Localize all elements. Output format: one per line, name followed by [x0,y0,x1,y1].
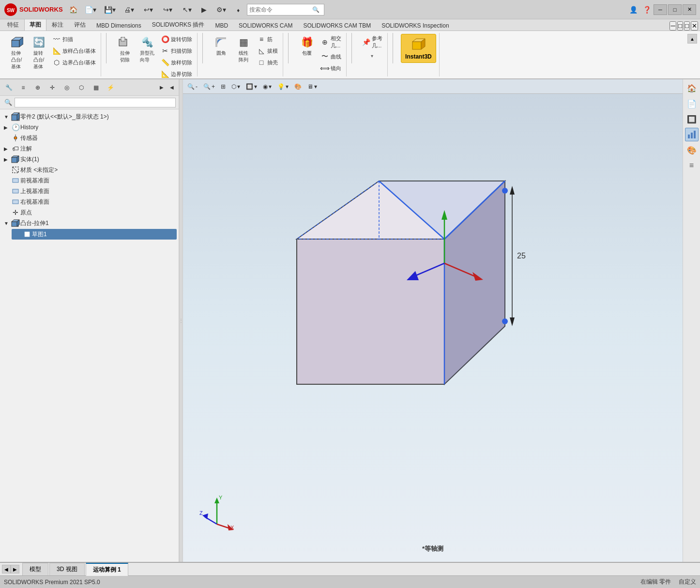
close-btn[interactable]: ✕ [683,4,696,15]
save-btn[interactable]: 💾▾ [101,3,119,16]
view-mode-btn[interactable]: ◉▾ [260,81,274,92]
tab-pinggu[interactable]: 评估 [69,19,91,30]
tab-tezheng[interactable]: 特征 [2,19,24,30]
scene-btn[interactable]: ▦ [89,81,103,94]
zoom-fit-btn[interactable]: ⊞ [218,81,228,92]
tree-item-right[interactable]: 右视基准面 [0,196,179,207]
panel-collapse-btn[interactable]: ◀ [167,81,177,94]
curve-btn[interactable]: 〜 曲线 [319,51,343,62]
ribbon-min-btn[interactable]: ─ [670,21,676,30]
fillet-btn[interactable]: 圆角 [211,34,232,58]
tree-item-solid[interactable]: ▶ 实体(1) [0,154,179,165]
undo-btn[interactable]: ↩▾ [139,3,158,16]
loft-cut-btn[interactable]: 📏 放样切除 [159,57,194,68]
right-color-btn[interactable]: 🎨 [685,143,699,157]
tab-sw-plugin[interactable]: SOLIDWORKS 插件 [147,19,210,30]
loft-btn[interactable]: 📐 放样凸台/基体 [50,45,98,56]
dim-xpert-btn[interactable]: ✛ [46,81,59,94]
tree-item-material[interactable]: 材质 <未指定> [0,165,179,175]
right-view-btn[interactable]: 🔲 [685,112,699,126]
customize-btn[interactable]: 自定义 [679,578,696,586]
decal-btn[interactable]: ⚡ [104,81,117,94]
display-manager-btn[interactable]: ◎ [60,81,74,94]
account-btn[interactable]: 👤 [626,3,640,16]
new-btn[interactable]: 📄▾ [81,3,100,16]
mirror-btn[interactable]: ⟺ 镜向 [319,63,343,74]
linear-pattern-btn[interactable]: ▦ 线性阵列 [233,34,254,65]
ribbon-collapse-btn[interactable]: ▲ [687,34,697,44]
wrap-btn[interactable]: 🎁 包覆 [296,34,318,58]
right-list-btn[interactable]: ≡ [685,159,699,172]
config-manager-btn[interactable]: ⊕ [31,81,45,94]
boundary-cut-btn[interactable]: 📐 边界切除 [159,69,194,79]
ribbon-close-btn[interactable]: ✕ [691,21,698,30]
ribbon-max-btn[interactable]: □ [684,21,690,30]
tree-item-history[interactable]: ▶ 🕐 History [0,122,179,133]
tree-item-front[interactable]: 前视基准面 [0,175,179,186]
home-btn[interactable]: 🏠 [67,3,80,16]
appearance-btn[interactable]: ⬡ [75,81,88,94]
tab-biaozhu[interactable]: 标注 [46,19,69,30]
tree-item-extrude1[interactable]: ▼ 凸台-拉伸1 [0,218,179,228]
revolve-btn[interactable]: 🔄 旋转凸台/基体 [28,34,49,72]
tab-sw-cam-tbm[interactable]: SOLIDWORKS CAM TBM [298,20,376,30]
tree-item-sensor[interactable]: 传感器 [0,133,179,143]
settings-btn[interactable]: ⚙▾ [212,3,230,16]
tab-3dview[interactable]: 3D 视图 [49,563,85,575]
print-btn[interactable]: 🖨▾ [120,3,138,16]
filter-input[interactable] [15,98,176,107]
redo-btn[interactable]: ↪▾ [159,3,177,16]
appearance-view-btn[interactable]: 🎨 [292,81,304,92]
tab-mbd-dim[interactable]: MBD Dimensions [91,20,147,30]
tree-item-sketch1[interactable]: 草图1 [12,229,177,240]
extrude-cut-btn[interactable]: 拉伸切除 [114,34,136,65]
ref-geo-btn[interactable]: 📌 参考几... [360,34,384,50]
intersect-btn[interactable]: ⊕ 相交几... [319,34,343,50]
minimize-btn[interactable]: ─ [654,4,667,15]
panel-expand-btn[interactable]: ▶ [157,81,167,94]
tab-sw-inspection[interactable]: SOLIDWORKS Inspection [376,20,454,30]
help-btn[interactable]: ❓ [640,3,654,16]
tab-nav-left[interactable]: ◀ [2,565,11,573]
right-chart-btn[interactable] [685,128,699,141]
lights-btn[interactable]: 💡▾ [275,81,291,92]
right-page-btn[interactable]: 📄 [685,97,699,110]
tab-sw-cam[interactable]: SOLIDWORKS CAM [233,20,298,30]
draft-btn[interactable]: ◺ 拔模 [255,45,280,56]
display-style-btn[interactable]: 🔲▾ [243,81,259,92]
right-home-btn[interactable]: 🏠 [685,81,699,95]
resize-handle[interactable]: ⋮ [179,79,183,562]
tab-mbd[interactable]: MBD [210,20,233,30]
property-manager-btn[interactable]: ≡ [16,81,30,94]
shell-btn[interactable]: □ 抽壳 [255,57,280,68]
search-input[interactable] [249,6,312,13]
select-btn[interactable]: ▶ [198,3,211,16]
tab-caotu[interactable]: 草图 [24,19,46,30]
tree-root[interactable]: ▼ 零件2 (默认<<默认>_显示状态 1>) [0,111,179,122]
instant3d-btn[interactable]: Instant3D [401,34,436,63]
revolve-cut-btn[interactable]: ⭕ 旋转切除 [159,34,194,45]
restore-btn[interactable]: □ [668,4,682,15]
sweep-btn[interactable]: 〰 扫描 [50,34,98,45]
ribbon-restore-btn[interactable]: □ [677,21,683,30]
tree-item-top[interactable]: 上视基准面 [0,186,179,196]
tab-motion[interactable]: 运动算例 1 [86,563,128,576]
cursor-btn[interactable]: ↖▾ [178,3,197,16]
extrude-boss-btn[interactable]: 拉伸凸台/基体 [6,34,27,72]
tab-nav-right[interactable]: ▶ [11,565,19,573]
tab-model[interactable]: 模型 [22,563,48,575]
tree-item-origin[interactable]: ✛ 原点 [0,207,179,218]
sweep-cut-btn[interactable]: ✂ 扫描切除 [159,45,194,56]
boundary-btn[interactable]: ⬡ 边界凸台/基体 [50,57,98,68]
zoom-in-btn[interactable]: 🔍 + [201,81,217,92]
extra-btn[interactable]: ⬧ [231,3,245,16]
filter-btn[interactable]: 🔍 [3,97,14,108]
rib-btn[interactable]: ≡ 筋 [255,34,280,45]
hole-wizard-btn[interactable]: 🔩 异型孔向导 [137,34,158,65]
view-orient-btn[interactable]: ⬡▾ [229,81,243,92]
canvas-area[interactable]: 25 Y Z X * [183,94,683,562]
feature-manager-btn[interactable]: 🔧 [2,81,15,94]
scene-view-btn[interactable]: 🖥▾ [305,81,320,92]
search-box[interactable]: 🔍 [247,4,324,15]
zoom-out-btn[interactable]: 🔍 - [185,81,200,92]
